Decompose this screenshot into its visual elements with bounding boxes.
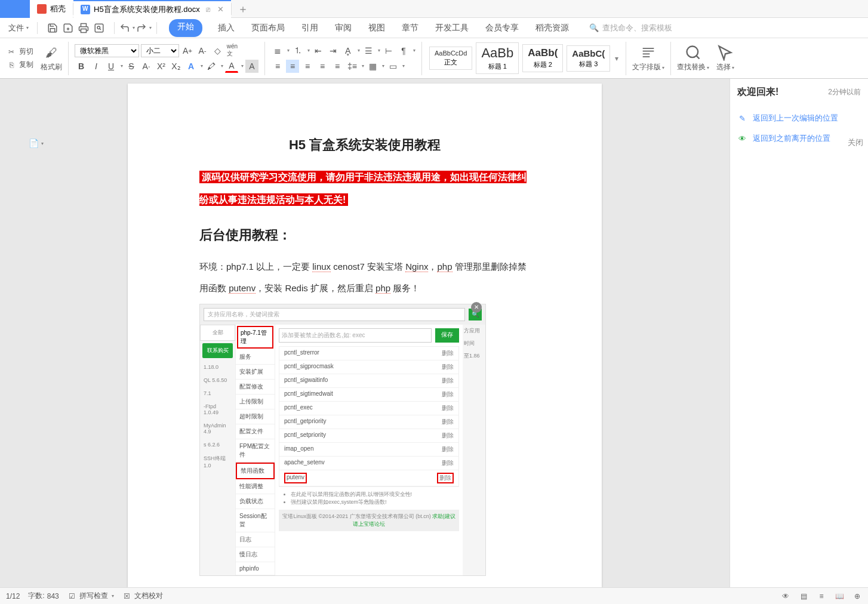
save-as-icon[interactable] xyxy=(63,23,73,33)
numbering-icon[interactable]: ⒈ xyxy=(291,44,304,57)
style-h2[interactable]: AaBb(标题 2 xyxy=(522,44,563,72)
word-icon xyxy=(81,5,90,14)
align-distribute-icon[interactable]: ☰ xyxy=(362,44,375,57)
welcome-title: 欢迎回来! xyxy=(737,86,778,98)
style-h1[interactable]: AaBb标题 1 xyxy=(476,42,519,74)
strike-icon[interactable]: S xyxy=(125,60,138,73)
outdent-icon[interactable]: ⇤ xyxy=(312,44,325,57)
styles-more-icon[interactable]: ▾ xyxy=(615,54,618,63)
svg-point-3 xyxy=(687,47,698,58)
show-marks-icon[interactable]: ¶ xyxy=(397,44,410,57)
font-size-select[interactable]: 小二 xyxy=(141,44,179,57)
phonetic-icon[interactable]: wén文 xyxy=(226,44,239,57)
align-justify-icon[interactable]: ≡ xyxy=(316,60,329,73)
tab-reference[interactable]: 引用 xyxy=(300,19,319,37)
char-shading-icon[interactable]: A xyxy=(245,60,258,73)
print-icon[interactable] xyxy=(78,23,89,33)
tab-chapter[interactable]: 章节 xyxy=(401,19,420,37)
return-last-open[interactable]: 👁 返回到之前离开的位置 xyxy=(737,128,861,149)
highlight-icon[interactable]: 🖍 xyxy=(205,60,218,73)
menu-bar: 文件▾ ▾ ▾ 开始 插入 页面布局 引用 审阅 视图 章节 开发工具 会员专享… xyxy=(0,18,868,38)
style-normal[interactable]: AaBbCcDd正文 xyxy=(429,47,472,70)
tab-view[interactable]: 视图 xyxy=(367,19,386,37)
shading-icon[interactable]: ▦ xyxy=(366,60,379,73)
borders-icon[interactable]: ▭ xyxy=(386,60,399,73)
copy-icon: ⎘ xyxy=(6,60,17,70)
eye-icon[interactable]: 👁 xyxy=(781,591,790,601)
subscript-icon[interactable]: X₂ xyxy=(170,60,183,73)
font-name-select[interactable]: 微软雅黑 xyxy=(75,44,139,57)
increase-font-icon[interactable]: A+ xyxy=(181,44,194,57)
page-indicator[interactable]: 1/12 xyxy=(6,592,20,600)
align-center-icon[interactable]: ≡ xyxy=(286,60,299,73)
tab-daoke[interactable]: 稻壳 xyxy=(30,0,73,18)
tabstop-icon[interactable]: ⊢ xyxy=(382,44,395,57)
copy-button[interactable]: ⎘复制 xyxy=(6,60,33,70)
word-count[interactable]: 字数: 843 xyxy=(28,591,59,601)
view-read-icon[interactable]: 📖 xyxy=(835,591,844,601)
welcome-time: 2分钟以前 xyxy=(828,87,861,97)
paragraph-group: ≣▾ ⒈▾ ⇤ ⇥ Ḁ▾ ☰▾ ⊢ ¶▾ ≡ ≡ ≡ ≡ ≡ ‡≡▾ ▦▾ ▭▾ xyxy=(267,43,419,74)
underline-icon[interactable]: U xyxy=(104,60,118,73)
decrease-font-icon[interactable]: A- xyxy=(196,44,209,57)
page[interactable]: H5 盲盒系统安装使用教程 源码仅供研究学习交流使用，请勿用于非法违法违规用途，… xyxy=(128,84,602,587)
brush-icon: 🖌 xyxy=(43,44,60,61)
redo-icon[interactable] xyxy=(136,23,147,33)
undo-icon[interactable] xyxy=(119,23,130,33)
tab-review[interactable]: 审阅 xyxy=(334,19,353,37)
tab-member[interactable]: 会员专享 xyxy=(484,19,520,37)
file-menu[interactable]: 文件▾ xyxy=(5,23,32,33)
tab-layout[interactable]: 页面布局 xyxy=(250,19,286,37)
preview-icon[interactable] xyxy=(94,23,104,33)
spell-check[interactable]: ☑拼写检查▾ xyxy=(67,591,114,601)
panel-close[interactable]: 关闭 xyxy=(848,137,863,148)
command-search[interactable]: 🔍 查找命令、搜索模板 xyxy=(589,23,672,33)
emb-right: 方应用 时间 至1.86 xyxy=(463,325,485,575)
find-replace-button[interactable]: 查找替换▾ xyxy=(673,43,713,73)
text-direction-icon[interactable]: Ḁ xyxy=(341,44,355,57)
view-web-icon[interactable]: ⊕ xyxy=(852,591,862,601)
emb-search: 支持应用名称，关键词搜索 xyxy=(204,308,465,321)
styles-group: AaBbCcDd正文 AaBb标题 1 AaBb(标题 2 AaBbC(标题 3… xyxy=(424,41,623,75)
clear-format-icon[interactable]: ◇ xyxy=(211,44,224,57)
section-heading: 后台使用教程： xyxy=(199,226,530,244)
italic-icon[interactable]: I xyxy=(90,60,103,73)
emb-left-panel: 全部 联系购买 1.18.0 QL 5.6.50 7.1 -Ftpd 1.0.4… xyxy=(200,325,236,575)
font-color-icon[interactable]: A xyxy=(225,60,238,73)
tab-devtools[interactable]: 开发工具 xyxy=(434,19,470,37)
return-last-edit[interactable]: ✎ 返回到上一次编辑的位置 xyxy=(737,108,861,128)
align-left-icon[interactable]: ≡ xyxy=(271,60,284,73)
cut-button[interactable]: ✂剪切 xyxy=(6,47,33,57)
indent-icon[interactable]: ⇥ xyxy=(327,44,340,57)
page-action-icon[interactable]: 📄▾ xyxy=(29,138,44,148)
text-layout-button[interactable]: 文字排版▾ xyxy=(629,43,668,73)
tab-resources[interactable]: 稻壳资源 xyxy=(534,19,570,37)
emphasis-icon[interactable]: A· xyxy=(140,60,153,73)
paragraph: 环境：php7.1 以上，一定要 linux cenost7 安装宝塔 Ngin… xyxy=(199,256,530,299)
search-placeholder: 查找命令、搜索模板 xyxy=(602,23,672,33)
bullets-icon[interactable]: ≣ xyxy=(271,44,284,57)
close-icon[interactable]: ✕ xyxy=(217,5,224,14)
style-h3[interactable]: AaBbC(标题 3 xyxy=(567,45,610,72)
view-page-icon[interactable]: ▤ xyxy=(799,591,808,601)
format-painter-button[interactable]: 🖌 格式刷 xyxy=(37,43,66,73)
save-icon[interactable] xyxy=(47,23,58,33)
superscript-icon[interactable]: X² xyxy=(155,60,168,73)
tab-start[interactable]: 开始 xyxy=(169,19,202,37)
view-outline-icon[interactable]: ≡ xyxy=(817,591,826,601)
text-effects-icon[interactable]: A xyxy=(184,60,198,73)
warning-block: 源码仅供研究学习交流使用，请勿用于非法违法违规用途，如出现任何法律纠纷或从事违法… xyxy=(199,166,530,212)
presentation-icon[interactable]: ⎚ xyxy=(206,5,210,14)
tab-insert[interactable]: 插入 xyxy=(217,19,236,37)
doc-proof[interactable]: ☒文档校对 xyxy=(122,591,163,601)
align-right-icon[interactable]: ≡ xyxy=(301,60,314,73)
document-title: H5 盲盒系统安装使用教程 xyxy=(199,136,530,154)
select-button[interactable]: 选择▾ xyxy=(713,43,738,73)
add-tab-button[interactable]: ＋ xyxy=(232,2,254,16)
tab-home[interactable] xyxy=(0,0,30,18)
distribute-icon[interactable]: ≡ xyxy=(331,60,344,73)
tab-document[interactable]: H5盲盒系统安装使用教程.docx ⎚ ✕ xyxy=(73,0,231,18)
tab-label: 稻壳 xyxy=(50,4,66,14)
line-spacing-icon[interactable]: ‡≡ xyxy=(346,60,359,73)
bold-icon[interactable]: B xyxy=(75,60,88,73)
